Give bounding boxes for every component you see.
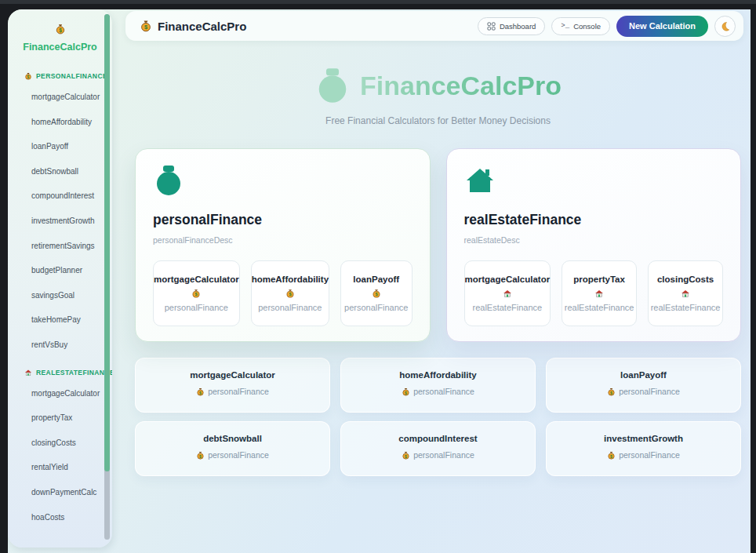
sidebar-scrollbar-thumb[interactable] — [104, 14, 110, 471]
sidebar-section-personalfinance: $ PERSONALFINANCE — [24, 72, 112, 80]
money-bag-icon: $ — [402, 387, 410, 396]
calc-title: loanPayoff — [547, 370, 740, 380]
tool-card-loanpayoff[interactable]: loanPayoff $ personalFinance — [340, 260, 412, 326]
money-bag-icon: $ — [607, 387, 616, 396]
svg-text:$: $ — [405, 390, 407, 395]
sidebar-item-debtsnowball[interactable]: debtSnowball — [31, 159, 112, 184]
category-description: realEstateDesc — [464, 235, 724, 245]
sidebar-item-budgetplanner[interactable]: budgetPlanner — [31, 258, 112, 283]
money-bag-icon: $ — [402, 451, 410, 460]
calc-tag: $ personalFinance — [607, 387, 680, 396]
console-button[interactable]: >_ Console — [551, 17, 610, 35]
svg-text:$: $ — [405, 453, 407, 458]
sidebar-section-realestatefinance: REALESTATEFINANCE — [24, 369, 112, 377]
calc-card-loanpayoff[interactable]: loanPayoff $ personalFinance — [546, 358, 741, 413]
sidebar-item-hoacosts[interactable]: hoaCosts — [31, 505, 112, 530]
tool-tag: realEstateFinance — [565, 303, 634, 312]
sidebar-item-investmentgrowth[interactable]: investmentGrowth — [31, 209, 112, 234]
tool-card-mortgagecalculator[interactable]: mortgageCalculator $ personalFinance — [153, 260, 240, 326]
calc-tag: $ personalFinance — [402, 387, 474, 396]
sidebar-item-takehomepay[interactable]: takeHomePay — [31, 307, 112, 333]
calc-tag: $ personalFinance — [196, 450, 269, 460]
category-card-realestatefinance[interactable]: realEstateFinance realEstateDesc mortgag… — [446, 148, 742, 342]
moon-icon — [720, 21, 730, 31]
sidebar-item-savingsgoal[interactable]: savingsGoal — [31, 283, 112, 308]
calc-title: compoundInterest — [341, 434, 535, 443]
sidebar-item-downpaymentcalc[interactable]: downPaymentCalc — [31, 480, 112, 505]
calc-tag-label: personalFinance — [619, 450, 680, 460]
new-calculation-button[interactable]: New Calculation — [616, 16, 708, 37]
tool-title: homeAffordability — [252, 275, 329, 284]
category-tools: mortgageCalculator $ personalFinance hom… — [153, 260, 413, 326]
svg-text:$: $ — [610, 390, 612, 395]
tool-title: mortgageCalculator — [465, 275, 551, 284]
money-bag-icon: $ — [196, 387, 205, 396]
category-description: personalFinanceDesc — [153, 235, 413, 245]
sidebar-logo: $ FinanceCalcPro — [8, 9, 112, 53]
sidebar-item-homeaffordability[interactable]: homeAffordability — [31, 110, 112, 135]
hero-subtitle: Free Financial Calculators for Better Mo… — [125, 115, 751, 126]
tool-tag: realEstateFinance — [472, 303, 542, 312]
calc-card-debtsnowball[interactable]: debtSnowball $ personalFinance — [135, 421, 330, 476]
sidebar-item-rentalyield[interactable]: rentalYield — [31, 455, 112, 480]
money-bag-icon: $ — [140, 20, 152, 32]
calc-tag-label: personalFinance — [208, 387, 269, 396]
category-cards: personalFinance personalFinanceDesc mort… — [135, 148, 741, 342]
money-bag-icon: $ — [55, 24, 66, 35]
calc-card-compoundinterest[interactable]: compoundInterest $ personalFinance — [340, 421, 536, 476]
money-bag-icon: $ — [24, 72, 32, 80]
sidebar-item-closingcosts[interactable]: closingCosts — [31, 431, 112, 456]
tool-card-closingcosts[interactable]: closingCosts realEstateFinance — [648, 260, 723, 326]
calc-tag-label: personalFinance — [413, 387, 474, 396]
calc-card-investmentgrowth[interactable]: investmentGrowth $ personalFinance — [546, 421, 741, 476]
tool-tag: personalFinance — [165, 303, 228, 312]
house-icon — [594, 289, 604, 298]
calc-tag: $ personalFinance — [196, 387, 269, 396]
sidebar-item-propertytax[interactable]: propertyTax — [31, 406, 112, 431]
money-bag-hero-icon — [314, 67, 351, 104]
dashboard-button[interactable]: Dashboard — [478, 17, 545, 35]
calc-title: mortgageCalculator — [136, 370, 329, 380]
tool-tag: personalFinance — [258, 303, 322, 312]
money-bag-icon: $ — [372, 289, 381, 298]
sidebar-section-label: REALESTATEFINANCE — [36, 369, 112, 377]
calculator-grid: mortgageCalculator $ personalFinance hom… — [135, 358, 741, 476]
hero: FinanceCalcPro Free Financial Calculator… — [125, 67, 751, 126]
sidebar-item-mortgagecalculator[interactable]: mortgageCalculator — [31, 85, 112, 110]
sidebar-item-loanpayoff[interactable]: loanPayoff — [31, 134, 112, 159]
category-title: personalFinance — [153, 212, 413, 228]
svg-text:$: $ — [199, 390, 202, 395]
calc-card-mortgagecalculator[interactable]: mortgageCalculator $ personalFinance — [135, 358, 330, 413]
sidebar-section-label: PERSONALFINANCE — [36, 72, 107, 80]
dashboard-button-label: Dashboard — [500, 22, 536, 31]
sidebar-scrollbar-track[interactable] — [104, 14, 110, 540]
sidebar-item-rentvsbuy[interactable]: rentVsBuy — [31, 333, 112, 358]
tool-card-homeaffordability[interactable]: homeAffordability $ personalFinance — [251, 260, 329, 326]
sidebar-logo-label: FinanceCalcPro — [8, 42, 112, 53]
house-icon — [681, 289, 690, 298]
house-icon — [503, 289, 512, 298]
calc-card-homeaffordability[interactable]: homeAffordability $ personalFinance — [340, 358, 536, 413]
calc-title: debtSnowball — [136, 434, 329, 443]
tool-card-mortgagecalculator-re[interactable]: mortgageCalculator realEstateFinance — [464, 260, 551, 326]
category-title: realEstateFinance — [464, 212, 724, 228]
svg-text:$: $ — [610, 453, 612, 458]
sidebar-item-retirementsavings[interactable]: retirementSavings — [31, 234, 112, 259]
sidebar-item-compoundinterest[interactable]: compoundInterest — [31, 184, 112, 209]
new-calculation-label: New Calculation — [629, 21, 696, 31]
money-bag-category-icon — [153, 165, 184, 196]
tool-title: propertyTax — [573, 275, 625, 284]
theme-toggle-button[interactable] — [714, 16, 736, 37]
calc-tag: $ personalFinance — [402, 450, 474, 460]
calc-tag-label: personalFinance — [208, 450, 269, 460]
tool-card-propertytax[interactable]: propertyTax realEstateFinance — [562, 260, 637, 326]
sidebar: $ FinanceCalcPro $ PERSONALFINANCE mortg… — [8, 9, 112, 548]
category-tools: mortgageCalculator realEstateFinance pro… — [464, 260, 724, 326]
category-card-personalfinance[interactable]: personalFinance personalFinanceDesc mort… — [135, 148, 431, 342]
money-bag-icon: $ — [196, 451, 205, 460]
tool-title: closingCosts — [657, 275, 714, 284]
sidebar-item-mortgagecalculator-re[interactable]: mortgageCalculator — [31, 381, 112, 406]
main-content: FinanceCalcPro Free Financial Calculator… — [125, 41, 751, 553]
calc-title: investmentGrowth — [547, 434, 740, 443]
tool-title: loanPayoff — [353, 275, 399, 284]
